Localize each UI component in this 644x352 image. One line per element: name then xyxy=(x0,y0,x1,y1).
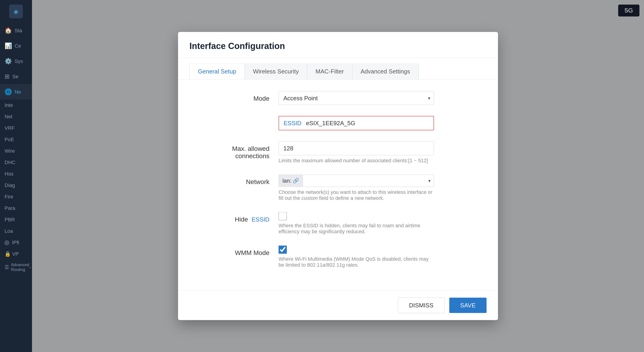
wmm-mode-help: Where Wi-Fi Multimedia (WMM) Mode QoS is… xyxy=(278,256,434,268)
network-control: lan: 🔗 ▾ Choose the network(s) you want … xyxy=(278,175,480,201)
sidebar-item-cell[interactable]: 📊 Ce xyxy=(0,38,32,54)
max-connections-label: Max. allowed connections xyxy=(196,141,278,160)
wmm-mode-row: WMM Mode Where Wi-Fi Multimedia (WMM) Mo… xyxy=(196,246,480,268)
mode-select[interactable]: Access Point Client Monitor xyxy=(278,91,434,105)
sidebar-item-host[interactable]: Hos xyxy=(0,168,32,180)
modal-header: Interface Configuration xyxy=(178,32,498,58)
hide-essid-label: Hide ESSID xyxy=(196,212,278,223)
gear-icon: ⚙️ xyxy=(4,58,12,65)
tabs-container: General Setup Wireless Security MAC-Filt… xyxy=(178,58,498,80)
max-connections-row: Max. allowed connections Limits the maxi… xyxy=(196,141,480,164)
sidebar: ◈ 🏠 Sta 📊 Ce ⚙️ Sys ⊞ Se 🌐 Ne Inte Net V… xyxy=(0,0,32,352)
grid-icon: ⊞ xyxy=(4,73,10,80)
sidebar-item-ipfi[interactable]: IPfi xyxy=(0,237,32,248)
lock-icon: 🔒 xyxy=(4,251,11,257)
network-help: Choose the network(s) you want to attach… xyxy=(278,189,434,201)
sidebar-item-firewall[interactable]: Fire xyxy=(0,191,32,203)
interface-config-modal: Interface Configuration General Setup Wi… xyxy=(178,32,498,320)
network-tag-emoji: 🔗 xyxy=(293,178,299,184)
sidebar-label-services: Se xyxy=(12,74,18,80)
network-select[interactable] xyxy=(303,175,425,187)
save-button[interactable]: SAVE xyxy=(449,298,486,313)
sidebar-item-pbr[interactable]: PBR xyxy=(0,214,32,225)
network-tag-label: lan: xyxy=(282,178,292,184)
essid-box: ESSID xyxy=(278,116,434,130)
essid-link[interactable]: ESSID xyxy=(284,120,302,127)
network-select-arrow-icon: ▾ xyxy=(425,178,434,184)
sidebar-item-net2[interactable]: Net xyxy=(0,111,32,122)
sidebar-item-interfaces[interactable]: Inte xyxy=(0,100,32,111)
sidebar-item-wireless[interactable]: Wire xyxy=(0,145,32,157)
hide-essid-control: Where the ESSID is hidden, clients may f… xyxy=(278,212,480,235)
essid-control: ESSID xyxy=(278,116,480,130)
modal-footer: DISMISS SAVE xyxy=(178,290,498,320)
wmm-checkbox-row xyxy=(278,246,480,254)
max-connections-help: Limits the maximum allowed number of ass… xyxy=(278,158,434,164)
sidebar-label-status: Sta xyxy=(15,28,22,34)
wmm-mode-label: WMM Mode xyxy=(196,246,278,257)
essid-input[interactable] xyxy=(306,120,429,127)
essid-row: ESSID xyxy=(196,116,480,130)
sidebar-label-cell: Ce xyxy=(15,43,21,49)
network-tag: lan: 🔗 xyxy=(279,175,303,187)
modal-title: Interface Configuration xyxy=(190,41,486,51)
tab-general-setup[interactable]: General Setup xyxy=(190,64,245,80)
globe-icon: 🌐 xyxy=(4,88,12,95)
sidebar-item-load[interactable]: Loa xyxy=(0,225,32,237)
wmm-mode-control: Where Wi-Fi Multimedia (WMM) Mode QoS is… xyxy=(278,246,480,268)
network-label: Network xyxy=(196,175,278,186)
tab-wireless-security[interactable]: Wireless Security xyxy=(244,64,307,80)
essid-label xyxy=(196,116,278,120)
sidebar-item-adv-routing[interactable]: ☰ Advanced Routing › xyxy=(0,260,32,275)
hide-essid-help: Where the ESSID is hidden, clients may f… xyxy=(278,223,434,235)
main-content: 5G Interface Configuration General Setup… xyxy=(32,0,644,352)
tab-advanced-settings[interactable]: Advanced Settings xyxy=(352,64,419,80)
chevron-right-icon: › xyxy=(29,265,30,270)
sidebar-item-params[interactable]: Para xyxy=(0,203,32,214)
tab-mac-filter[interactable]: MAC-Filter xyxy=(307,64,352,80)
mode-row: Mode Access Point Client Monitor ▾ xyxy=(196,91,480,105)
sidebar-item-status[interactable]: 🏠 Sta xyxy=(0,23,32,38)
mode-label: Mode xyxy=(196,91,278,102)
home-icon: 🏠 xyxy=(4,27,12,34)
sidebar-logo: ◈ xyxy=(9,5,23,18)
sidebar-item-vrf[interactable]: VRF xyxy=(0,122,32,134)
chart-icon: 📊 xyxy=(4,42,12,49)
modal-body: Mode Access Point Client Monitor ▾ xyxy=(178,80,498,290)
sidebar-item-system[interactable]: ⚙️ Sys xyxy=(0,54,32,69)
sidebar-label-network: Ne xyxy=(15,89,21,95)
sidebar-item-poe[interactable]: PoE xyxy=(0,134,32,145)
sidebar-label-system: Sys xyxy=(15,58,23,64)
hide-essid-checkbox[interactable] xyxy=(278,212,287,220)
sidebar-item-services[interactable]: ⊞ Se xyxy=(0,69,32,84)
wmm-mode-checkbox[interactable] xyxy=(278,246,287,254)
max-connections-control: Limits the maximum allowed number of ass… xyxy=(278,141,480,164)
network-select-wrap: lan: 🔗 ▾ xyxy=(278,175,434,187)
sidebar-item-vpn[interactable]: 🔒 VP xyxy=(0,248,32,260)
menu-icon: ☰ xyxy=(4,264,9,270)
network-row: Network lan: 🔗 ▾ xyxy=(196,175,480,201)
sidebar-item-dhcp[interactable]: DHC xyxy=(0,157,32,168)
hide-essid-checkbox-row xyxy=(278,212,480,220)
dismiss-button[interactable]: DISMISS xyxy=(398,297,445,313)
hide-essid-link[interactable]: ESSID xyxy=(252,216,270,223)
hide-essid-row: Hide ESSID Where the ESSID is hidden, cl… xyxy=(196,212,480,235)
mode-select-wrap: Access Point Client Monitor ▾ xyxy=(278,91,434,105)
max-connections-input[interactable] xyxy=(278,141,434,155)
sidebar-item-diag[interactable]: Diag xyxy=(0,180,32,191)
mode-control: Access Point Client Monitor ▾ xyxy=(278,91,480,105)
sidebar-item-network[interactable]: 🌐 Ne xyxy=(0,84,32,100)
